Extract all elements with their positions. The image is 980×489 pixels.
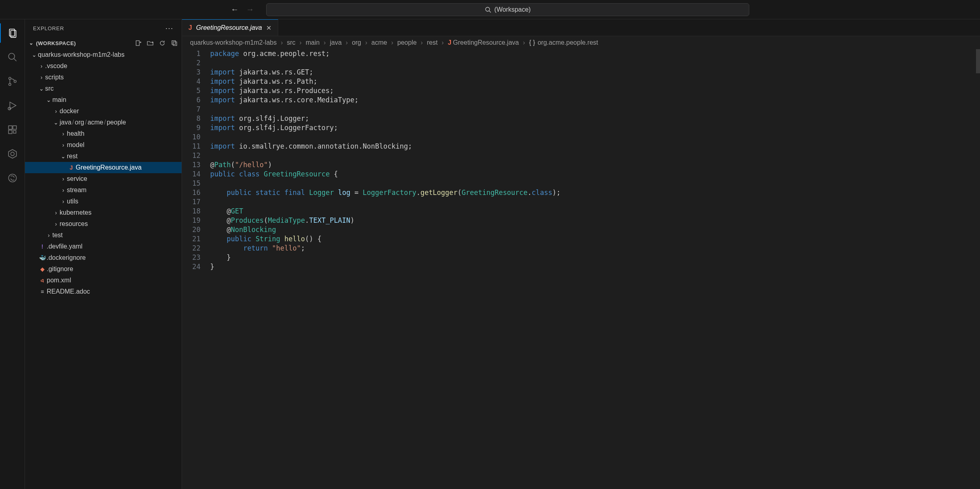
tree-item[interactable]: ›docker xyxy=(25,106,182,117)
tree-item[interactable]: ⌄main xyxy=(25,94,182,106)
collapse-all-icon[interactable] xyxy=(171,40,178,46)
explorer-icon[interactable] xyxy=(6,27,19,39)
code-content[interactable]: package org.acme.people.rest; import jak… xyxy=(210,49,980,489)
breadcrumb-item[interactable]: java xyxy=(330,39,341,46)
chevron-right-icon: › xyxy=(38,63,45,69)
tree-item[interactable]: ›resources xyxy=(25,218,182,230)
tree-item-label: scripts xyxy=(45,74,64,81)
close-icon[interactable]: ✕ xyxy=(266,24,271,32)
breadcrumb-label: acme xyxy=(371,39,387,46)
run-debug-icon[interactable] xyxy=(6,99,19,112)
tree-item-label: health xyxy=(67,130,85,137)
tab-label: GreetingResource.java xyxy=(196,24,262,31)
tree-item[interactable]: ›health xyxy=(25,128,182,139)
svg-rect-18 xyxy=(136,41,139,46)
chevron-right-icon: › xyxy=(60,187,67,193)
search-icon[interactable] xyxy=(6,51,19,64)
tree-item-label: kubernetes xyxy=(60,209,91,216)
git-file-icon: ◆ xyxy=(38,266,47,272)
tree-item-label: pom.xml xyxy=(47,277,71,284)
tree-item[interactable]: ›.vscode xyxy=(25,60,182,72)
svg-marker-15 xyxy=(8,149,17,158)
new-file-icon[interactable] xyxy=(135,40,141,46)
namespace-icon: { } xyxy=(529,39,535,46)
tree-item[interactable]: ⌄rest xyxy=(25,151,182,162)
svg-rect-11 xyxy=(8,126,12,129)
svg-line-1 xyxy=(489,11,491,12)
breadcrumb-item[interactable]: src xyxy=(287,39,296,46)
line-gutter: 123456789101112131415161718192021222324 xyxy=(182,49,210,489)
remote-sync-icon[interactable] xyxy=(6,172,19,184)
tree-item[interactable]: ›stream xyxy=(25,184,182,196)
java-file-icon: J xyxy=(448,39,451,46)
chevron-down-icon: ⌄ xyxy=(29,40,34,46)
svg-point-8 xyxy=(14,80,16,82)
chevron-right-icon: › xyxy=(60,198,67,205)
tree-item[interactable]: ◆.gitignore xyxy=(25,263,182,275)
code-editor[interactable]: 123456789101112131415161718192021222324 … xyxy=(182,49,980,489)
tree-item-label: src xyxy=(45,85,54,92)
breadcrumb-label: main xyxy=(306,39,320,46)
chevron-right-icon: › xyxy=(52,221,60,227)
source-control-icon[interactable] xyxy=(6,75,19,88)
tree-item-label: docker xyxy=(60,108,79,115)
tree-item[interactable]: ⌄quarkus-workshop-m1m2-labs xyxy=(25,49,182,60)
breadcrumb-item[interactable]: JGreetingResource.java xyxy=(448,39,519,46)
tree-item[interactable]: ›scripts xyxy=(25,72,182,83)
breadcrumb-item[interactable]: quarkus-workshop-m1m2-labs xyxy=(190,39,277,46)
svg-point-4 xyxy=(8,53,14,59)
tree-item[interactable]: ›model xyxy=(25,139,182,151)
svg-rect-13 xyxy=(8,130,12,134)
svg-point-0 xyxy=(486,7,490,11)
search-icon xyxy=(485,6,491,13)
minimap[interactable] xyxy=(976,49,980,73)
tree-item[interactable]: !.devfile.yaml xyxy=(25,241,182,252)
extensions-icon[interactable] xyxy=(6,123,19,136)
new-folder-icon[interactable] xyxy=(147,40,153,46)
tree-item[interactable]: ⌄src xyxy=(25,83,182,94)
svg-point-16 xyxy=(10,152,14,156)
nav-forward-icon[interactable]: → xyxy=(246,5,254,14)
chevron-down-icon: ⌄ xyxy=(31,52,38,58)
tree-item[interactable]: 🐳.dockerignore xyxy=(25,252,182,263)
chevron-right-icon: › xyxy=(45,232,52,238)
tree-item[interactable]: JGreetingResource.java xyxy=(25,162,182,173)
tree-item[interactable]: ›test xyxy=(25,230,182,241)
tree-item-label: test xyxy=(52,232,63,239)
breadcrumb-item[interactable]: org xyxy=(352,39,361,46)
tree-item[interactable]: এpom.xml xyxy=(25,275,182,286)
tree-item[interactable]: ⌄java/org/acme/people xyxy=(25,117,182,128)
workspace-section-header[interactable]: ⌄ (WORKSPACE) xyxy=(25,37,182,49)
svg-line-5 xyxy=(14,58,17,61)
breadcrumb-item[interactable]: people xyxy=(397,39,417,46)
tree-item-label: java/org/acme/people xyxy=(60,119,126,126)
breadcrumb-item[interactable]: main xyxy=(306,39,320,46)
chevron-right-icon: › xyxy=(60,131,67,137)
nav-back-icon[interactable]: ← xyxy=(231,5,239,14)
explorer-more-icon[interactable]: ⋯ xyxy=(165,23,174,33)
readme-file-icon: ≡ xyxy=(38,288,47,295)
svg-rect-12 xyxy=(13,126,17,129)
java-file-icon: J xyxy=(188,24,192,31)
search-placeholder: (Workspace) xyxy=(494,6,531,13)
tree-item-label: stream xyxy=(67,186,87,194)
svg-rect-23 xyxy=(172,41,176,44)
tree-item[interactable]: ›utils xyxy=(25,196,182,207)
breadcrumb-item[interactable]: { }org.acme.people.rest xyxy=(529,39,598,46)
breadcrumb-label: org.acme.people.rest xyxy=(538,39,598,46)
tree-item[interactable]: ›service xyxy=(25,173,182,184)
command-center-search[interactable]: (Workspace) xyxy=(266,3,749,16)
tree-item-label: GreetingResource.java xyxy=(76,164,142,171)
yaml-file-icon: ! xyxy=(38,243,47,250)
tree-item[interactable]: ≡README.adoc xyxy=(25,286,182,297)
breadcrumb-item[interactable]: acme xyxy=(371,39,387,46)
refresh-icon[interactable] xyxy=(159,40,165,46)
tree-item[interactable]: ›kubernetes xyxy=(25,207,182,218)
breadcrumb: quarkus-workshop-m1m2-labs›src›main›java… xyxy=(182,36,980,49)
breadcrumb-label: rest xyxy=(427,39,438,46)
kubernetes-icon[interactable] xyxy=(6,147,19,160)
tree-item-label: main xyxy=(52,96,66,104)
tab-greetingresource[interactable]: J GreetingResource.java ✕ xyxy=(182,19,278,36)
svg-rect-24 xyxy=(173,42,177,46)
breadcrumb-item[interactable]: rest xyxy=(427,39,438,46)
